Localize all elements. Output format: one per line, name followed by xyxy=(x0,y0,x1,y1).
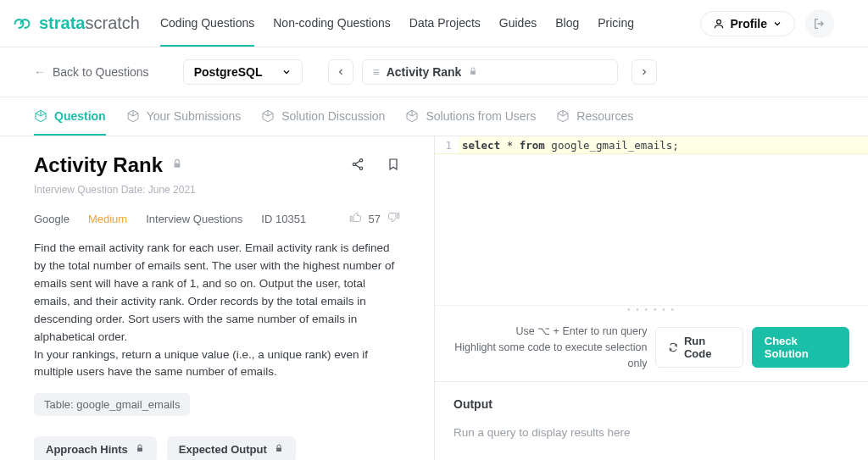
logo[interactable]: stratascratch xyxy=(10,12,140,36)
run-row: Use ⌥ + Enter to run query Highlight som… xyxy=(435,313,868,382)
thumb-down-icon xyxy=(387,211,400,224)
svg-point-0 xyxy=(717,19,721,24)
run-code-button[interactable]: Run Code xyxy=(655,327,743,368)
output-panel: Output Run a query to display results he… xyxy=(435,382,868,454)
code-editor[interactable]: 1 select * from google_gmail_emails; xyxy=(435,136,868,305)
meta-company: Google xyxy=(34,213,70,225)
code-line[interactable]: select * from google_gmail_emails; xyxy=(459,136,679,153)
lock-icon xyxy=(274,443,284,456)
lock-icon xyxy=(171,158,183,173)
expected-output-button[interactable]: Expected Output xyxy=(167,436,296,460)
upvote-button[interactable] xyxy=(349,211,362,226)
expected-label: Expected Output xyxy=(179,443,267,456)
run-label: Run Code xyxy=(684,335,731,360)
logout-icon xyxy=(813,17,826,30)
tab-label: Your Submissions xyxy=(147,109,242,123)
tab-label: Resources xyxy=(576,109,633,123)
tab-question[interactable]: Question xyxy=(34,97,106,136)
top-nav: stratascratch Coding Questions Non-codin… xyxy=(0,0,868,47)
language-label: PostgreSQL xyxy=(194,65,263,79)
nav-coding-questions[interactable]: Coding Questions xyxy=(160,0,254,47)
main-split: Activity Rank Interview Question Date: J… xyxy=(0,136,868,460)
upvote-count: 57 xyxy=(369,213,381,225)
next-question-button[interactable] xyxy=(632,59,657,85)
prev-question-button[interactable] xyxy=(328,59,353,85)
downvote-button[interactable] xyxy=(387,211,400,226)
run-hint-2: Highlight some code to execute selection… xyxy=(453,340,647,372)
check-solution-button[interactable]: Check Solution xyxy=(752,327,849,368)
language-select[interactable]: PostgreSQL xyxy=(183,59,303,85)
refresh-icon xyxy=(668,341,679,353)
logo-text-bold: strata xyxy=(39,14,85,33)
run-hints: Use ⌥ + Enter to run query Highlight som… xyxy=(453,324,647,371)
tab-label: Solution Discussion xyxy=(281,109,385,123)
nav-guides[interactable]: Guides xyxy=(499,0,537,47)
tab-resources[interactable]: Resources xyxy=(556,97,633,136)
meta-difficulty: Medium xyxy=(88,213,127,225)
line-number: 1 xyxy=(435,136,459,153)
logo-icon xyxy=(10,12,34,36)
share-icon xyxy=(351,158,364,171)
arrow-left-icon: ← xyxy=(34,65,46,79)
output-empty-message: Run a query to display results here xyxy=(453,426,849,439)
chevron-down-icon xyxy=(281,67,292,77)
lock-icon xyxy=(468,65,478,79)
svg-rect-6 xyxy=(137,448,142,452)
bookmark-icon xyxy=(387,158,400,171)
user-icon xyxy=(713,18,725,30)
chevron-left-icon xyxy=(336,67,346,77)
menu-icon: ≡ xyxy=(373,65,380,79)
table-tag: Table: google_gmail_emails xyxy=(34,393,190,416)
profile-label: Profile xyxy=(730,17,767,30)
cube-icon xyxy=(405,109,419,123)
title-text: Activity Rank xyxy=(34,153,163,177)
question-description: Find the email activity rank for each us… xyxy=(34,240,400,381)
bookmark-button[interactable] xyxy=(387,158,400,174)
share-button[interactable] xyxy=(351,158,364,174)
lock-icon xyxy=(135,443,145,456)
run-hint-1: Use ⌥ + Enter to run query xyxy=(453,324,647,340)
meta-id: ID 10351 xyxy=(261,213,306,225)
back-to-questions[interactable]: ← Back to Questions xyxy=(34,65,149,79)
thumb-up-icon xyxy=(349,211,362,224)
tab-label: Solutions from Users xyxy=(426,109,536,123)
breadcrumb-title: Activity Rank xyxy=(387,65,462,79)
question-breadcrumb[interactable]: ≡ Activity Rank xyxy=(362,59,618,85)
editor-empty-area[interactable] xyxy=(435,154,868,305)
sub-bar: ← Back to Questions PostgreSQL ≡ Activit… xyxy=(0,47,868,97)
cube-icon xyxy=(261,109,275,123)
left-panel: Activity Rank Interview Question Date: J… xyxy=(0,136,434,460)
chevron-down-icon xyxy=(772,19,782,29)
cube-icon xyxy=(34,109,47,123)
hints-label: Approach Hints xyxy=(46,443,128,456)
logout-button[interactable] xyxy=(805,9,834,38)
tab-submissions[interactable]: Your Submissions xyxy=(126,97,242,136)
desc-p2: In your rankings, return a unique value … xyxy=(34,346,400,382)
nav-pricing[interactable]: Pricing xyxy=(598,0,634,47)
right-panel: 1 select * from google_gmail_emails; • •… xyxy=(434,136,868,460)
nav-links: Coding Questions Non-coding Questions Da… xyxy=(160,0,634,47)
tab-label: Question xyxy=(54,109,106,123)
nav-data-projects[interactable]: Data Projects xyxy=(409,0,481,47)
tab-solutions-users[interactable]: Solutions from Users xyxy=(405,97,536,136)
nav-blog[interactable]: Blog xyxy=(555,0,579,47)
profile-button[interactable]: Profile xyxy=(700,11,795,36)
cube-icon xyxy=(126,109,140,123)
back-label: Back to Questions xyxy=(53,65,149,79)
question-date: Interview Question Date: June 2021 xyxy=(34,184,400,196)
tabs-bar: Question Your Submissions Solution Discu… xyxy=(0,97,868,136)
tab-discussion[interactable]: Solution Discussion xyxy=(261,97,385,136)
svg-rect-2 xyxy=(175,163,181,167)
approach-hints-button[interactable]: Approach Hints xyxy=(34,436,157,460)
svg-rect-1 xyxy=(470,71,476,75)
nav-noncoding-questions[interactable]: Non-coding Questions xyxy=(273,0,391,47)
question-title: Activity Rank xyxy=(34,153,183,177)
logo-text-light: scratch xyxy=(85,14,139,33)
output-title: Output xyxy=(453,397,849,411)
chevron-right-icon xyxy=(639,67,649,77)
check-label: Check Solution xyxy=(765,335,837,360)
svg-rect-7 xyxy=(276,448,281,452)
meta-type: Interview Questions xyxy=(146,213,242,225)
desc-p1: Find the email activity rank for each us… xyxy=(34,240,400,346)
resize-handle[interactable]: • • • • • • xyxy=(435,305,868,313)
